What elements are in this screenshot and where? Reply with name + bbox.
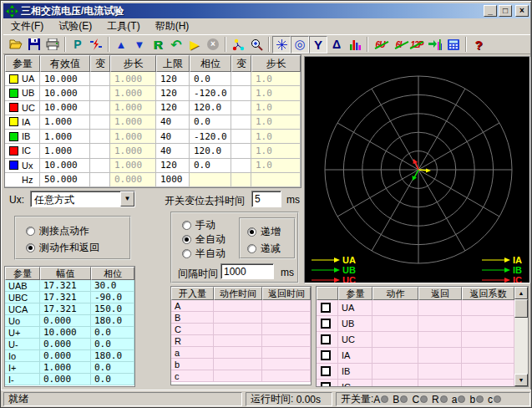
vary-cell[interactable] <box>90 130 110 144</box>
column-header: 相位 <box>91 267 134 280</box>
limit-cell[interactable]: 1000 <box>156 173 190 187</box>
rms-cell[interactable]: 1.000 <box>40 115 90 130</box>
close-button[interactable]: × <box>515 5 529 17</box>
rms-cell[interactable]: 10.000 <box>40 159 90 173</box>
open-button[interactable] <box>7 36 25 54</box>
checkbox[interactable] <box>321 350 331 360</box>
phase-cell[interactable]: -120.0 <box>190 86 231 100</box>
calculator-button[interactable] <box>444 36 463 54</box>
bar-chart-button[interactable] <box>346 36 364 54</box>
ux-mode-select[interactable]: 任意方式 ▼ <box>30 191 135 207</box>
vary-cell[interactable] <box>90 86 110 100</box>
scrollbar-thumb[interactable] <box>514 299 528 318</box>
param-name: UC <box>338 332 372 348</box>
step-up-button[interactable]: ▲ <box>112 36 130 54</box>
vary-cell[interactable] <box>231 101 251 115</box>
pause-output-button[interactable]: P <box>68 36 87 54</box>
checkbox[interactable] <box>321 303 331 313</box>
undo-button[interactable]: ↶ <box>167 36 185 54</box>
vary-cell[interactable] <box>90 173 110 187</box>
vary-cell[interactable] <box>231 115 251 130</box>
delta-view-button[interactable]: Δ <box>327 36 346 54</box>
vary-cell[interactable] <box>231 144 251 158</box>
phasor-diagram-button[interactable] <box>229 36 247 54</box>
print-button[interactable] <box>43 36 62 54</box>
radio-manual[interactable]: 手动 <box>182 218 215 232</box>
zoom-button[interactable] <box>247 36 266 54</box>
rms-cell[interactable]: 50.000 <box>40 173 90 187</box>
rms-cell[interactable]: 1.000 <box>40 130 90 144</box>
stop-button[interactable]: × <box>204 36 222 54</box>
menu-help[interactable]: 帮助(H) <box>148 18 197 35</box>
chevron-down-icon[interactable]: ▼ <box>120 191 134 207</box>
save-button[interactable] <box>25 36 43 54</box>
radio-decrease[interactable]: 递减 <box>247 242 281 256</box>
radio-full-auto[interactable]: 全自动 <box>182 232 225 247</box>
harmonic-button[interactable] <box>426 36 444 54</box>
rms-cell[interactable]: 10.000 <box>40 101 90 115</box>
six-i-button[interactable]: 6I <box>389 36 408 54</box>
return-time <box>262 359 311 370</box>
reset-button[interactable]: R <box>149 36 167 54</box>
limit-cell[interactable]: 120 <box>156 86 190 100</box>
phase-cell[interactable]: 0.0 <box>190 159 231 173</box>
radio-icon <box>247 244 256 253</box>
limit-cell[interactable]: 40 <box>156 130 190 144</box>
star-view-button[interactable] <box>272 36 291 54</box>
vary-cell[interactable] <box>231 130 251 144</box>
vary-cell[interactable] <box>90 115 110 130</box>
limit-cell[interactable]: 120 <box>156 101 190 115</box>
table-row: UA <box>317 300 514 316</box>
run-button[interactable]: ▶ <box>185 36 204 54</box>
help-button[interactable]: ? <box>469 36 488 54</box>
rings-view-button[interactable]: ◎ <box>291 36 309 54</box>
radio-contact-action[interactable]: 测接点动作 <box>26 224 89 238</box>
vary-cell[interactable] <box>90 144 110 158</box>
limit-cell[interactable]: 120 <box>156 72 190 86</box>
limit-cell[interactable]: 120 <box>156 159 190 173</box>
vary-cell[interactable] <box>231 72 251 86</box>
debounce-input[interactable] <box>251 191 281 207</box>
six-u-button[interactable]: 6U <box>371 36 389 54</box>
radio-increase[interactable]: 递增 <box>247 225 281 239</box>
column-header: 返回时间 <box>262 287 311 300</box>
vertical-scrollbar[interactable]: ▲ ▼ <box>514 287 528 386</box>
step-down-button[interactable]: ▼ <box>130 36 149 54</box>
scroll-up-icon[interactable]: ▲ <box>514 287 528 299</box>
rms-cell[interactable]: 10.000 <box>40 86 90 100</box>
phase-cell[interactable]: 120.0 <box>190 144 231 158</box>
interval-input[interactable] <box>220 263 274 279</box>
action-value <box>372 316 418 332</box>
limit-cell[interactable]: 40 <box>156 144 190 158</box>
checkbox[interactable] <box>321 382 331 387</box>
menu-test[interactable]: 试验(E) <box>51 18 99 35</box>
limit-cell[interactable]: 40 <box>156 115 190 130</box>
vary-cell[interactable] <box>231 159 251 173</box>
phase: 150.0 <box>91 303 134 315</box>
checkbox[interactable] <box>321 319 331 329</box>
phase-cell[interactable]: -120.0 <box>190 130 231 144</box>
scroll-down-icon[interactable]: ▼ <box>514 374 528 386</box>
phase-cell[interactable]: 0.0 <box>190 115 231 130</box>
vary-cell[interactable] <box>90 72 110 86</box>
power-output-button[interactable] <box>87 36 105 54</box>
vary-cell[interactable] <box>90 101 110 115</box>
phase-cell[interactable]: 0.0 <box>190 72 231 86</box>
vary-cell[interactable] <box>231 86 251 100</box>
checkbox[interactable] <box>321 366 331 376</box>
minimize-button[interactable]: _ <box>484 5 497 17</box>
menu-file[interactable]: 文件(F) <box>3 18 51 35</box>
param-name: Uo <box>5 315 40 327</box>
radio-semi-auto[interactable]: 半自动 <box>182 247 225 261</box>
menu-tools[interactable]: 工具(T) <box>99 18 147 35</box>
title-bar[interactable]: 三相交流电压/电流试验 _ □ × <box>3 3 530 18</box>
twelve-p-button[interactable]: 12P <box>408 36 426 54</box>
checkbox[interactable] <box>321 334 331 344</box>
phase-cell[interactable]: 120.0 <box>190 101 231 115</box>
maximize-button[interactable]: □ <box>499 5 512 17</box>
rms-cell[interactable]: 1.000 <box>40 144 90 158</box>
vary-cell[interactable] <box>90 159 110 173</box>
radio-action-and-return[interactable]: 测动作和返回 <box>26 241 99 255</box>
rms-cell[interactable]: 10.000 <box>40 72 90 86</box>
wye-view-button[interactable]: Y <box>309 36 327 54</box>
